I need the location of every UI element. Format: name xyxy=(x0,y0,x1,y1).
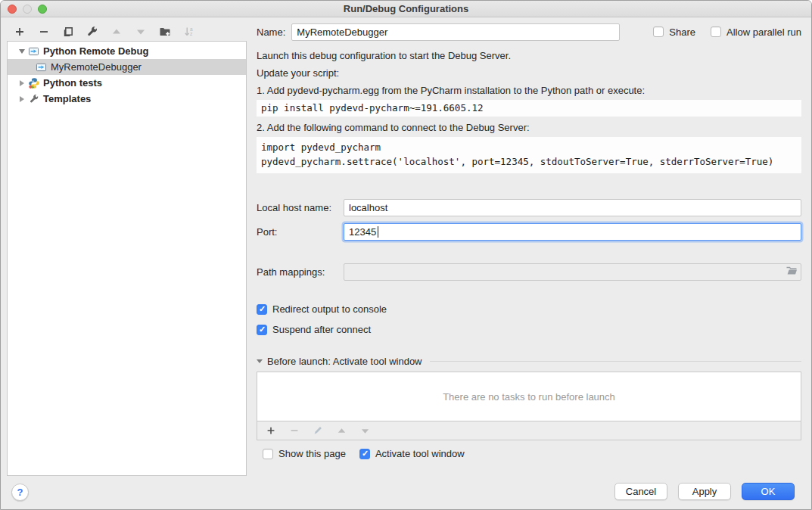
suspend-after-connect-label: Suspend after connect xyxy=(272,324,371,335)
port-label: Port: xyxy=(257,226,344,238)
tree-item-label: MyRemoteDebugger xyxy=(51,61,142,73)
configurations-toolbar: az xyxy=(11,23,198,40)
share-checkbox[interactable]: Share xyxy=(653,26,695,38)
tasks-toolbar xyxy=(257,421,801,440)
browse-folder-icon[interactable] xyxy=(786,266,798,278)
before-launch-label: Before launch: Activate tool window xyxy=(267,356,422,367)
collapse-icon[interactable] xyxy=(257,359,263,363)
copy-icon xyxy=(62,26,74,38)
edit-defaults-button[interactable] xyxy=(84,23,101,40)
window-title: Run/Debug Configurations xyxy=(1,3,811,14)
checkbox-box[interactable] xyxy=(257,304,267,315)
new-folder-icon xyxy=(159,26,171,38)
move-task-down-button[interactable] xyxy=(356,422,373,439)
tree-item-python-remote-debug[interactable]: Python Remote Debug xyxy=(8,43,246,59)
edit-task-button[interactable] xyxy=(310,422,326,439)
sort-alphabetically-icon: az xyxy=(183,26,195,38)
copy-configuration-button[interactable] xyxy=(60,23,76,40)
step-2-text: 2. Add the following command to connect … xyxy=(257,122,801,134)
description-line-1: Launch this debug configuration to start… xyxy=(257,50,801,62)
local-host-name-input[interactable] xyxy=(344,199,801,216)
titlebar: Run/Debug Configurations xyxy=(1,1,811,17)
empty-tasks-message: There are no tasks to run before launch xyxy=(257,372,801,421)
expand-collapse-icon[interactable] xyxy=(17,80,27,86)
step-1-text: 1. Add pydevd-pycharm.egg from the PyCha… xyxy=(257,85,801,97)
add-task-button[interactable] xyxy=(263,422,279,439)
python-tests-icon xyxy=(27,77,40,89)
ok-button[interactable]: OK xyxy=(742,483,795,500)
help-icon: ? xyxy=(17,487,23,498)
move-task-up-button[interactable] xyxy=(333,422,350,439)
checkbox-box[interactable] xyxy=(263,449,273,459)
name-label: Name: xyxy=(257,26,285,38)
remove-icon xyxy=(38,26,50,38)
port-input[interactable] xyxy=(344,223,801,241)
redirect-output-label: Redirect output to console xyxy=(272,303,387,315)
checkbox-box[interactable] xyxy=(653,26,664,37)
move-up-button[interactable] xyxy=(108,23,125,40)
name-input[interactable] xyxy=(291,23,620,41)
wrench-icon xyxy=(27,94,40,104)
run-config-icon xyxy=(35,62,48,72)
move-down-button[interactable] xyxy=(132,23,149,40)
tree-item-python-tests[interactable]: Python tests xyxy=(8,75,246,91)
apply-button[interactable]: Apply xyxy=(678,483,731,500)
share-label: Share xyxy=(669,26,695,38)
allow-parallel-run-label: Allow parallel run xyxy=(726,26,801,38)
cancel-button[interactable]: Cancel xyxy=(614,483,667,500)
checkbox-box[interactable] xyxy=(359,449,370,459)
edit-defaults-wrench-icon xyxy=(86,26,98,38)
activate-tool-window-checkbox[interactable]: Activate tool window xyxy=(359,448,465,459)
add-icon xyxy=(266,425,276,436)
tree-item-myremotedebugger[interactable]: MyRemoteDebugger xyxy=(8,59,246,75)
checkbox-box[interactable] xyxy=(257,325,267,335)
show-this-page-label: Show this page xyxy=(278,448,346,459)
activate-tool-window-label: Activate tool window xyxy=(375,448,465,459)
expand-collapse-icon[interactable] xyxy=(17,49,27,54)
run-config-icon xyxy=(27,46,40,56)
move-up-icon xyxy=(337,426,347,436)
sort-configurations-button[interactable]: az xyxy=(181,23,198,40)
configuration-form: Name: Share Allow parallel run Launch th… xyxy=(257,22,801,459)
settrace-code-block: import pydevd_pycharm pydevd_pycharm.set… xyxy=(257,137,801,173)
svg-text:z: z xyxy=(190,31,192,36)
dialog-footer: ? Cancel Apply OK xyxy=(1,474,811,509)
pip-install-command: pip install pydevd-pycharm~=191.6605.12 xyxy=(257,100,801,117)
remove-task-button[interactable] xyxy=(286,422,303,439)
help-button[interactable]: ? xyxy=(11,484,29,501)
path-mappings-label: Path mappings: xyxy=(257,266,344,278)
remove-icon xyxy=(289,425,300,436)
suspend-after-connect-checkbox[interactable]: Suspend after connect xyxy=(257,324,371,335)
move-down-icon xyxy=(360,426,370,436)
tree-item-templates[interactable]: Templates xyxy=(8,91,246,107)
checkbox-box[interactable] xyxy=(711,26,721,37)
code-line-1: import pydevd_pycharm xyxy=(261,140,797,154)
configurations-tree: Python Remote Debug MyRemoteDebugger Pyt… xyxy=(7,41,247,476)
show-this-page-checkbox[interactable]: Show this page xyxy=(263,448,346,459)
tree-item-label: Python tests xyxy=(43,77,102,89)
before-launch-tasks-panel: There are no tasks to run before launch xyxy=(257,372,801,440)
run-debug-configurations-dialog: Run/Debug Configurations az xyxy=(0,0,812,510)
add-configuration-button[interactable] xyxy=(11,23,28,40)
code-line-2: pydevd_pycharm.settrace('localhost', por… xyxy=(261,154,797,169)
add-icon xyxy=(14,26,26,38)
expand-collapse-icon[interactable] xyxy=(17,96,27,102)
local-host-name-label: Local host name: xyxy=(257,202,344,213)
tree-item-label: Python Remote Debug xyxy=(43,45,148,57)
text-cursor xyxy=(378,226,378,238)
before-launch-section-header[interactable]: Before launch: Activate tool window xyxy=(257,356,801,367)
move-down-icon xyxy=(135,26,146,37)
move-up-icon xyxy=(111,26,122,37)
create-folder-button[interactable] xyxy=(157,23,173,40)
tree-item-label: Templates xyxy=(43,93,91,104)
allow-parallel-run-checkbox[interactable]: Allow parallel run xyxy=(711,26,801,38)
remove-configuration-button[interactable] xyxy=(36,23,52,40)
redirect-output-checkbox[interactable]: Redirect output to console xyxy=(257,303,387,315)
description-line-2: Update your script: xyxy=(257,67,801,79)
edit-pencil-icon xyxy=(313,425,323,436)
path-mappings-field[interactable] xyxy=(344,263,801,281)
section-divider xyxy=(430,361,801,362)
